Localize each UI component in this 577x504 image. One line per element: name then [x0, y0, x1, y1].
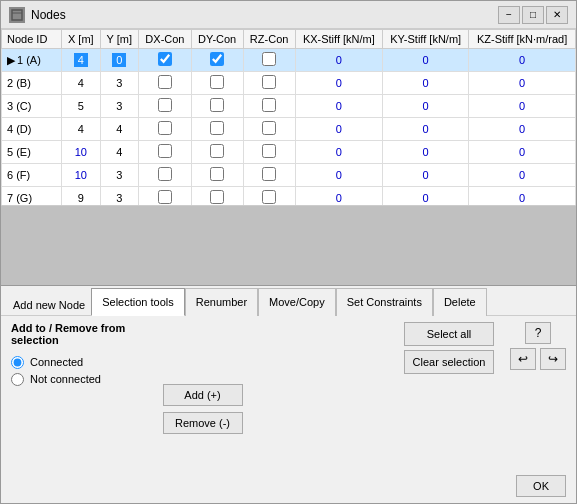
cell-nodeid: 5 (E) [2, 141, 62, 164]
checkbox-rzcon[interactable] [262, 190, 276, 204]
cell-nodeid: ▶1 (A) [2, 49, 62, 72]
tab-renumber[interactable]: Renumber [185, 288, 258, 316]
kz-value: 0 [519, 169, 525, 181]
add-button[interactable]: Add (+) [163, 384, 243, 406]
checkbox-rzcon[interactable] [262, 144, 276, 158]
undo-button[interactable]: ↩ [510, 348, 536, 370]
checkbox-dxcon[interactable] [158, 75, 172, 89]
table-row[interactable]: ▶1 (A)40000 [2, 49, 576, 72]
checkbox-dycon[interactable] [210, 121, 224, 135]
table-row[interactable]: 6 (F)103000 [2, 164, 576, 187]
help-button[interactable]: ? [525, 322, 551, 344]
checkbox-dycon[interactable] [210, 167, 224, 181]
cell-kzstiff: 0 [469, 187, 576, 206]
kx-value: 0 [336, 77, 342, 89]
kz-value: 0 [519, 77, 525, 89]
cell-y: 3 [100, 187, 138, 206]
radio-not-connected[interactable] [11, 373, 24, 386]
table-row[interactable]: 7 (G)93000 [2, 187, 576, 206]
cell-x: 4 [62, 49, 101, 72]
cell-rzcon [243, 72, 295, 95]
cell-kzstiff: 0 [469, 49, 576, 72]
table-row[interactable]: 5 (E)104000 [2, 141, 576, 164]
title-bar: Nodes − □ ✕ [1, 1, 576, 29]
close-button[interactable]: ✕ [546, 6, 568, 24]
checkbox-dycon[interactable] [210, 144, 224, 158]
cell-rzcon [243, 95, 295, 118]
col-header-dxcon: DX-Con [139, 30, 192, 49]
redo-icon: ↪ [548, 352, 558, 366]
cell-dycon [191, 164, 243, 187]
col-header-x: X [m] [62, 30, 101, 49]
checkbox-rzcon[interactable] [262, 98, 276, 112]
minimize-button[interactable]: − [498, 6, 520, 24]
clear-selection-button[interactable]: Clear selection [404, 350, 494, 374]
cell-rzcon [243, 141, 295, 164]
kz-value: 0 [519, 100, 525, 112]
table-row[interactable]: 4 (D)44000 [2, 118, 576, 141]
ok-button[interactable]: OK [516, 475, 566, 497]
selection-btn-group: Select all Clear selection [404, 322, 494, 498]
radio-connected-label[interactable]: Connected [11, 356, 153, 369]
main-window: Nodes − □ ✕ Node ID X [m] Y [m] DX-Con D… [0, 0, 577, 504]
radio-connected[interactable] [11, 356, 24, 369]
nodes-table-container: Node ID X [m] Y [m] DX-Con DY-Con RZ-Con… [1, 29, 576, 206]
ky-value: 0 [423, 123, 429, 135]
cell-kystiff: 0 [383, 118, 469, 141]
add-new-node-button[interactable]: Add new Node [7, 295, 91, 315]
x-value: 4 [78, 123, 84, 135]
redo-button[interactable]: ↪ [540, 348, 566, 370]
x-value: 4 [74, 53, 88, 67]
tab-movecopy[interactable]: Move/Copy [258, 288, 336, 316]
left-panel: Add to / Remove from selection Connected… [11, 322, 153, 498]
kx-value: 0 [336, 169, 342, 181]
table-row[interactable]: 3 (C)53000 [2, 95, 576, 118]
cell-x: 10 [62, 141, 101, 164]
tab-selection-tools[interactable]: Selection tools [91, 288, 185, 316]
cell-dxcon [139, 141, 192, 164]
cell-rzcon [243, 118, 295, 141]
tab-set-constraints[interactable]: Set Constraints [336, 288, 433, 316]
checkbox-dycon[interactable] [210, 98, 224, 112]
ky-value: 0 [423, 192, 429, 204]
table-row[interactable]: 2 (B)43000 [2, 72, 576, 95]
radio-not-connected-label[interactable]: Not connected [11, 373, 153, 386]
checkbox-dxcon[interactable] [158, 190, 172, 204]
kx-value: 0 [336, 146, 342, 158]
cell-dxcon [139, 72, 192, 95]
checkbox-dycon[interactable] [210, 75, 224, 89]
ky-value: 0 [423, 169, 429, 181]
cell-kxstiff: 0 [295, 49, 382, 72]
cell-kzstiff: 0 [469, 72, 576, 95]
select-all-button[interactable]: Select all [404, 322, 494, 346]
kz-value: 0 [519, 146, 525, 158]
checkbox-dxcon[interactable] [158, 52, 172, 66]
far-right-panel: ? ↩ ↪ OK [504, 322, 566, 498]
cell-x: 4 [62, 72, 101, 95]
cell-x: 10 [62, 164, 101, 187]
cell-kzstiff: 0 [469, 118, 576, 141]
checkbox-rzcon[interactable] [262, 121, 276, 135]
cell-nodeid: 6 (F) [2, 164, 62, 187]
panel-title: Add to / Remove from selection [11, 322, 153, 346]
maximize-button[interactable]: □ [522, 6, 544, 24]
cell-kxstiff: 0 [295, 164, 382, 187]
cell-y: 0 [100, 49, 138, 72]
checkbox-rzcon[interactable] [262, 52, 276, 66]
checkbox-dxcon[interactable] [158, 98, 172, 112]
radio-group: Connected Not connected [11, 356, 153, 386]
kz-value: 0 [519, 123, 525, 135]
radio-connected-text: Connected [30, 356, 83, 368]
checkbox-dycon[interactable] [210, 52, 224, 66]
checkbox-dxcon[interactable] [158, 167, 172, 181]
checkbox-rzcon[interactable] [262, 75, 276, 89]
help-icon: ? [535, 326, 542, 340]
col-header-nodeid: Node ID [2, 30, 62, 49]
checkbox-rzcon[interactable] [262, 167, 276, 181]
remove-button[interactable]: Remove (-) [163, 412, 243, 434]
checkbox-dxcon[interactable] [158, 121, 172, 135]
cell-kxstiff: 0 [295, 95, 382, 118]
tab-delete[interactable]: Delete [433, 288, 487, 316]
checkbox-dxcon[interactable] [158, 144, 172, 158]
checkbox-dycon[interactable] [210, 190, 224, 204]
